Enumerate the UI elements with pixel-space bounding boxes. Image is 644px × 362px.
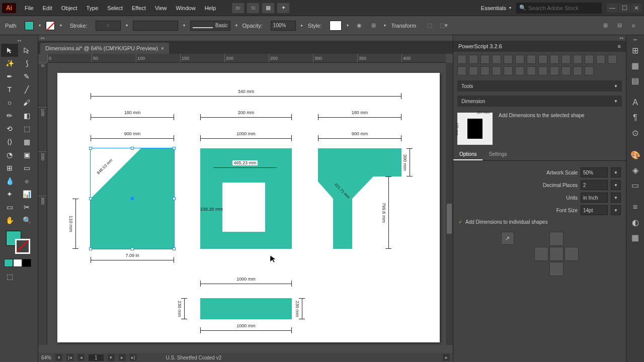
stock-icon[interactable]: St — [247, 3, 259, 13]
opacity-input[interactable]: 100% — [271, 21, 296, 31]
gpu-icon[interactable]: ✦ — [277, 3, 289, 13]
fill-dropdown[interactable]: ▾ — [37, 21, 43, 30]
tools-dropdown[interactable]: Tools▼ — [457, 80, 622, 92]
panel-tool-icon[interactable] — [469, 66, 478, 75]
hand-tool[interactable]: ✋ — [1, 214, 18, 227]
line-tool[interactable]: ╱ — [18, 83, 35, 96]
font-size-select[interactable]: 14pt — [581, 205, 608, 215]
dim-right-button[interactable] — [565, 247, 579, 261]
artboards-panel-icon[interactable]: ▭ — [629, 178, 642, 192]
dim-center-button[interactable] — [549, 247, 564, 261]
panel-tool-icon[interactable] — [515, 55, 524, 64]
panel-tool-icon[interactable] — [469, 55, 478, 64]
stroke-weight-input[interactable]: ♢ — [96, 21, 121, 31]
type-panel-icon[interactable]: A — [629, 96, 642, 109]
diagonal-dimension-button[interactable]: ↗ — [501, 232, 514, 245]
pencil-tool[interactable]: ✏ — [1, 109, 18, 122]
tab-options[interactable]: Options — [453, 149, 482, 160]
paragraph-panel-icon[interactable]: ¶ — [629, 111, 642, 124]
artboard-number[interactable]: 1 — [89, 354, 104, 361]
stroke-weight-dropdown[interactable]: ▾ — [124, 21, 130, 30]
pen-tool[interactable]: ✒ — [1, 70, 18, 83]
menu-object[interactable]: Object — [57, 3, 82, 13]
shape-builder-tool[interactable]: ◔ — [1, 148, 18, 161]
decimal-places-select[interactable]: 2 — [581, 180, 608, 190]
gradient-tool[interactable]: ▭ — [18, 161, 35, 174]
brush-definition[interactable]: Basic — [190, 21, 230, 31]
variable-width-profile[interactable] — [133, 21, 178, 31]
panel-tool-icon[interactable] — [457, 66, 466, 75]
prev-artboard-button[interactable]: ◂ — [77, 354, 85, 361]
artboard-dropdown[interactable]: ▾ — [108, 354, 115, 361]
last-artboard-button[interactable]: ▸| — [130, 354, 137, 361]
selection-tool[interactable] — [1, 44, 18, 57]
menu-edit[interactable]: Edit — [38, 3, 57, 13]
panel-tool-icon[interactable] — [457, 55, 466, 64]
isolate-icon[interactable]: ⬚ — [424, 20, 435, 31]
maximize-button[interactable]: ☐ — [619, 4, 630, 13]
transparency-panel-icon[interactable]: ▦ — [629, 231, 642, 244]
selection-bounding-box[interactable] — [90, 148, 175, 249]
panel-menu-icon[interactable]: ≡ — [628, 20, 639, 31]
shape-4[interactable] — [200, 298, 292, 319]
panel-tool-icon[interactable] — [608, 55, 617, 64]
zoom-tool[interactable]: 🔍 — [18, 214, 35, 227]
dim-bottom-button[interactable] — [549, 262, 564, 276]
panel-tool-icon[interactable] — [504, 66, 513, 75]
swatches-panel-icon[interactable]: ◈ — [629, 163, 642, 176]
panel-tool-icon[interactable] — [480, 55, 490, 64]
close-button[interactable]: ✕ — [631, 4, 642, 13]
next-artboard-button[interactable]: ▸ — [119, 354, 126, 361]
properties-panel-icon[interactable]: ⊞ — [629, 44, 642, 57]
eraser-tool[interactable]: ◧ — [18, 109, 35, 122]
panel-tool-icon[interactable] — [480, 66, 490, 75]
panel-tool-icon[interactable] — [585, 55, 594, 64]
curvature-tool[interactable]: ✎ — [18, 70, 35, 83]
workspace-switcher[interactable]: Essentials▾ — [476, 3, 516, 13]
panel-tool-icon[interactable] — [596, 55, 605, 64]
dimension-dropdown[interactable]: Dimension▼ — [457, 96, 622, 107]
menu-view[interactable]: View — [150, 3, 172, 13]
stroke-swatch[interactable] — [46, 21, 55, 30]
fill-stroke-control[interactable] — [4, 230, 34, 255]
screen-mode-tool[interactable]: ⬚ — [1, 270, 18, 283]
panel-menu-icon[interactable]: ≡ — [618, 43, 621, 49]
dim-left-button[interactable] — [534, 247, 548, 261]
menu-select[interactable]: Select — [103, 3, 127, 13]
mesh-tool[interactable]: ⊞ — [1, 161, 18, 174]
eyedropper-tool[interactable]: 💧 — [1, 174, 18, 188]
panel-tool-icon[interactable] — [492, 55, 501, 64]
menu-type[interactable]: Type — [82, 3, 103, 13]
ellipse-tool[interactable]: ○ — [1, 96, 18, 109]
layers-panel-icon[interactable]: ▤ — [629, 74, 642, 87]
fill-swatch[interactable] — [25, 21, 34, 30]
panel-tool-icon[interactable] — [527, 66, 536, 75]
search-stock-input[interactable]: 🔍Search Adobe Stock — [516, 3, 602, 14]
canvas[interactable]: 340 mm 180 mm 200 mm 180 mm 900 mm 1000 … — [47, 63, 446, 345]
draw-mode-buttons[interactable] — [4, 259, 34, 267]
align-icon[interactable]: ⊞ — [368, 20, 379, 31]
panel-tool-icon[interactable] — [527, 55, 536, 64]
recolor-icon[interactable]: ◉ — [354, 20, 365, 31]
document-tab[interactable]: Dimensions.ai* @ 64% (CMYK/GPU Preview) … — [40, 43, 169, 54]
artwork-scale-select[interactable]: 50% — [581, 167, 608, 177]
zoom-dropdown[interactable]: ▾ — [55, 354, 62, 361]
blend-tool[interactable]: ⟐ — [18, 174, 35, 188]
rotate-tool[interactable]: ⟲ — [1, 122, 18, 135]
panel-tool-icon[interactable] — [561, 66, 571, 75]
free-transform-tool[interactable]: ▦ — [18, 135, 35, 148]
panel-tool-icon[interactable] — [538, 66, 547, 75]
minimize-button[interactable]: — — [607, 4, 618, 13]
magic-wand-tool[interactable]: ✨ — [1, 57, 18, 70]
libraries-panel-icon[interactable]: ▦ — [629, 59, 642, 72]
panel-tool-icon[interactable] — [573, 55, 582, 64]
paintbrush-tool[interactable]: 🖌 — [18, 96, 35, 109]
bridge-icon[interactable]: Br — [232, 3, 244, 13]
first-artboard-button[interactable]: |◂ — [66, 354, 73, 361]
artboard-tool[interactable]: ▭ — [1, 201, 18, 214]
width-tool[interactable]: ⟨⟩ — [1, 135, 18, 148]
symbol-sprayer-tool[interactable]: ✦ — [1, 188, 18, 201]
status-menu[interactable]: ▸ — [443, 354, 450, 361]
checkbox-icon[interactable]: ✓ — [458, 219, 462, 225]
select-similar-icon[interactable]: ⬚▾ — [438, 20, 449, 31]
